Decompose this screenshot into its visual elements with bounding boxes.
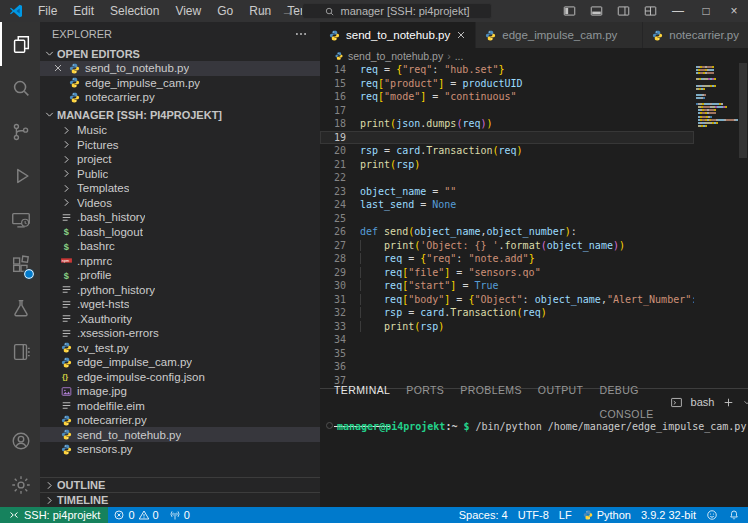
menu-item[interactable]: Edit — [65, 0, 102, 22]
open-editors-header[interactable]: OPEN EDITORS — [40, 46, 320, 61]
code-line[interactable]: 28 req = {"req": "note.add"} — [320, 252, 694, 266]
maximize-button[interactable]: □ — [692, 0, 720, 22]
code-line[interactable]: 36 — [320, 360, 694, 374]
code-line[interactable]: 21print(rsp) — [320, 158, 694, 172]
tree-item[interactable]: .bash_logout — [40, 224, 320, 239]
terminal-dropdown-chevron-icon[interactable] — [742, 396, 748, 409]
breadcrumb-more[interactable]: ... — [455, 50, 464, 62]
forward-arrow-icon[interactable]: → — [279, 4, 296, 19]
toggle-panel-icon[interactable] — [588, 4, 605, 18]
toggle-secondary-sidebar-icon[interactable] — [615, 4, 632, 18]
code-line[interactable]: 22 — [320, 171, 694, 185]
tree-item[interactable]: .wget-hsts — [40, 297, 320, 312]
editor-scrollbar[interactable] — [738, 63, 748, 388]
menu-item[interactable]: File — [30, 0, 65, 22]
tree-item[interactable]: notecarrier.py — [40, 413, 320, 428]
tree-item[interactable]: cv_test.py — [40, 340, 320, 355]
code-line[interactable]: 19 — [320, 131, 694, 145]
tree-item[interactable]: Music — [40, 123, 320, 138]
feedback-button[interactable] — [701, 509, 723, 521]
open-editor-item[interactable]: send_to_notehub.py — [40, 61, 320, 76]
tree-item[interactable]: .Xauthority — [40, 311, 320, 326]
code-line[interactable]: 25 — [320, 212, 694, 226]
open-editor-item[interactable]: edge_impulse_cam.py — [40, 76, 320, 91]
scrollbar-handle[interactable] — [739, 63, 747, 158]
close-button[interactable]: × — [720, 0, 748, 22]
code-line[interactable]: 16req["mode"] = "continuous" — [320, 90, 694, 104]
open-editor-item[interactable]: notecarrier.py — [40, 90, 320, 105]
tree-item[interactable]: .bashrc — [40, 239, 320, 254]
code-line[interactable]: 26def send(object_name,object_number): — [320, 225, 694, 239]
sidebar-section-header[interactable]: TIMELINE — [40, 492, 320, 507]
menu-item[interactable]: Go — [209, 0, 241, 22]
tree-item[interactable]: project — [40, 152, 320, 167]
activity-item-run-and-debug[interactable] — [0, 154, 40, 198]
close-icon[interactable] — [455, 29, 467, 41]
tree-item[interactable]: .profile — [40, 268, 320, 283]
activity-item-search[interactable] — [0, 66, 40, 110]
tree-item[interactable]: edge_impulse_cam.py — [40, 355, 320, 370]
activity-item-source-control[interactable] — [0, 110, 40, 154]
activity-item-extensions[interactable] — [0, 242, 40, 286]
ports-status[interactable]: 0 — [164, 509, 195, 521]
menu-item[interactable]: View — [167, 0, 209, 22]
tree-item[interactable]: send_to_notehub.py — [40, 427, 320, 442]
code-line[interactable]: 34 — [320, 333, 694, 347]
more-actions-icon[interactable] — [294, 27, 308, 41]
activity-item-testing[interactable] — [0, 286, 40, 330]
code-line[interactable]: 18print(json.dumps(req)) — [320, 117, 694, 131]
language-status[interactable]: Python — [577, 509, 636, 521]
toggle-sidebar-icon[interactable] — [561, 4, 578, 18]
tree-item[interactable]: modelfile.eim — [40, 398, 320, 413]
command-center-search[interactable]: manager [SSH: pi4projekt] — [302, 3, 492, 19]
code-line[interactable]: 27 print('Object: {} '.format(object_nam… — [320, 239, 694, 253]
tree-item[interactable]: image.jpg — [40, 384, 320, 399]
code-line[interactable]: 32 rsp = card.Transaction(req) — [320, 306, 694, 320]
shell-label[interactable]: bash — [691, 396, 715, 408]
code-line[interactable]: 17 — [320, 104, 694, 118]
minimap[interactable] — [694, 63, 738, 388]
tree-item[interactable]: .bash_history — [40, 210, 320, 225]
terminal-output[interactable]: manager@pi4projekt:~ $ /bin/python /home… — [320, 415, 748, 507]
problems-status[interactable]: 0 0 — [108, 509, 163, 521]
tree-item[interactable]: edge-impulse-config.json — [40, 369, 320, 384]
interpreter-status[interactable]: 3.9.2 32-bit — [636, 509, 701, 521]
activity-item-accounts[interactable] — [0, 419, 40, 463]
tree-item[interactable]: Templates — [40, 181, 320, 196]
tree-item[interactable]: .npmrc — [40, 253, 320, 268]
back-arrow-icon[interactable]: ← — [256, 4, 273, 19]
indentation-status[interactable]: Spaces: 4 — [454, 509, 513, 521]
menu-item[interactable]: Selection — [102, 0, 167, 22]
code-line[interactable]: 20rsp = card.Transaction(req) — [320, 144, 694, 158]
code-line[interactable]: 35 — [320, 347, 694, 361]
code-line[interactable]: 31 req["body"] = {"Object": object_name,… — [320, 293, 694, 307]
code-line[interactable]: 33 print(rsp) — [320, 320, 694, 334]
breadcrumb[interactable]: send_to_notehub.py › ... — [320, 48, 748, 63]
code-line[interactable]: 15req["product"] = productUID — [320, 77, 694, 91]
tree-item[interactable]: .python_history — [40, 282, 320, 297]
activity-item-settings[interactable] — [0, 463, 40, 507]
workspace-header[interactable]: MANAGER [SSH: PI4PROJEKT] — [40, 107, 320, 123]
code-line[interactable]: 37 — [320, 374, 694, 388]
customize-layout-icon[interactable] — [642, 4, 659, 18]
tree-item[interactable]: sensors.py — [40, 442, 320, 457]
editor-tab[interactable]: edge_impulse_cam.py — [476, 22, 643, 48]
tree-item[interactable]: .xsession-errors — [40, 326, 320, 341]
command-decoration-icon[interactable] — [326, 422, 333, 429]
editor-tab[interactable]: send_to_notehub.py — [320, 22, 476, 48]
activity-item-notebook[interactable] — [0, 330, 40, 374]
code-line[interactable]: 29 req["file"] = "sensors.qo" — [320, 266, 694, 280]
new-terminal-icon[interactable] — [722, 396, 735, 409]
sidebar-section-header[interactable]: OUTLINE — [40, 477, 320, 492]
code-line[interactable]: 23object_name = "" — [320, 185, 694, 199]
close-icon[interactable] — [52, 62, 64, 74]
tree-item[interactable]: Public — [40, 166, 320, 181]
code-line[interactable]: 14req = {"req": "hub.set"} — [320, 63, 694, 77]
code-line[interactable]: 30 req["start"] = True — [320, 279, 694, 293]
code-line[interactable]: 24last_send = None — [320, 198, 694, 212]
tree-item[interactable]: Videos — [40, 195, 320, 210]
activity-item-remote-explorer[interactable] — [0, 198, 40, 242]
encoding-status[interactable]: UTF-8 — [513, 509, 554, 521]
minimize-button[interactable]: — — [664, 0, 692, 22]
remote-indicator[interactable]: SSH: pi4projekt — [0, 507, 108, 523]
